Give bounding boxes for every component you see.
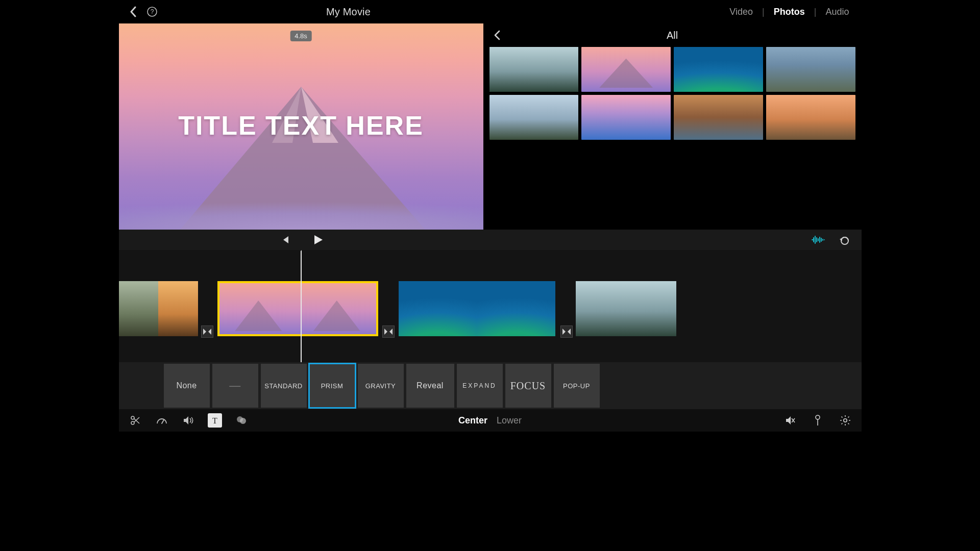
title-overlay-text[interactable]: TITLE TEXT HERE (119, 110, 483, 141)
title-position-picker: Center Lower (458, 415, 522, 426)
title-style-standard[interactable]: STANDARD (261, 364, 307, 408)
svg-point-9 (843, 419, 846, 422)
transition-icon (203, 329, 211, 335)
library-back-button[interactable] (494, 30, 501, 40)
transition-button[interactable] (560, 325, 573, 338)
timeline[interactable]: T (119, 250, 862, 362)
library-photo-thumb[interactable] (581, 47, 671, 92)
audio-waveform-toggle[interactable] (812, 235, 825, 245)
svg-text:T: T (212, 416, 217, 425)
position-lower[interactable]: Lower (497, 415, 522, 426)
waveform-icon (812, 235, 825, 245)
transition-button[interactable] (382, 325, 395, 338)
tab-photos[interactable]: Photos (774, 7, 805, 17)
title-style-expand[interactable]: EXPAND (457, 364, 503, 408)
undo-button[interactable] (839, 235, 850, 245)
media-tabs: Video | Photos | Audio (729, 7, 849, 17)
title-style-reveal[interactable]: Reveal (406, 364, 454, 408)
timeline-track: T (119, 279, 862, 339)
skip-start-icon (280, 235, 290, 245)
mute-button[interactable] (783, 413, 797, 428)
media-library-panel: All (483, 23, 862, 230)
project-title: My Movie (119, 6, 578, 18)
svg-point-8 (816, 415, 820, 419)
timeline-clip[interactable] (399, 281, 555, 336)
volume-icon (183, 416, 194, 425)
scissors-icon (130, 415, 140, 425)
clip-duration-badge: 4.8s (290, 31, 312, 41)
pin-icon (814, 415, 821, 426)
library-photo-thumb[interactable] (489, 47, 579, 92)
position-center[interactable]: Center (458, 415, 487, 426)
timeline-clip[interactable] (576, 281, 676, 336)
bottom-toolbar: T Center Lower (119, 409, 862, 432)
title-style-popup[interactable]: POP-UP (554, 364, 600, 408)
timeline-clip[interactable] (119, 281, 198, 336)
title-icon: T (210, 416, 219, 425)
transition-icon (384, 329, 393, 335)
title-style-picker: None — STANDARD PRISM GRAVITY Reveal EXP… (119, 362, 862, 409)
library-photo-thumb[interactable] (674, 47, 763, 92)
tab-audio[interactable]: Audio (825, 7, 849, 17)
gear-icon (840, 415, 851, 426)
title-style-blank[interactable]: — (212, 364, 258, 408)
library-photo-thumb[interactable] (581, 95, 671, 140)
title-style-gravity[interactable]: GRAVITY (358, 364, 404, 408)
top-toolbar: ? My Movie Video | Photos | Audio (119, 0, 862, 23)
volume-tool[interactable] (181, 413, 195, 428)
scissors-tool[interactable] (128, 413, 142, 428)
speed-tool[interactable] (155, 413, 169, 428)
titles-tool[interactable]: T (208, 413, 222, 428)
library-heading: All (487, 30, 857, 41)
prev-frame-button[interactable] (280, 235, 290, 245)
transition-icon (562, 329, 571, 335)
playback-controls-bar (119, 230, 862, 250)
library-grid (487, 47, 857, 140)
timeline-clip-selected[interactable]: T (217, 281, 378, 336)
title-style-focus[interactable]: FOCUS (505, 364, 551, 408)
mute-icon (785, 416, 795, 425)
play-icon (312, 234, 324, 246)
transition-button[interactable] (201, 325, 213, 338)
library-photo-thumb[interactable] (674, 95, 763, 140)
library-photo-thumb[interactable] (489, 95, 579, 140)
title-style-none[interactable]: None (164, 364, 210, 408)
library-photo-thumb[interactable] (766, 47, 855, 92)
filters-tool[interactable] (234, 413, 249, 428)
chevron-left-icon (494, 30, 501, 40)
playhead[interactable] (301, 250, 302, 362)
settings-button[interactable] (838, 413, 852, 428)
tab-video[interactable]: Video (729, 7, 753, 17)
preview-viewer[interactable]: 4.8s TITLE TEXT HERE (119, 23, 483, 230)
play-button[interactable] (312, 234, 324, 246)
speedometer-icon (156, 415, 167, 425)
title-style-prism[interactable]: PRISM (309, 364, 355, 408)
library-photo-thumb[interactable] (766, 95, 855, 140)
filters-icon (236, 415, 247, 425)
key-button[interactable] (811, 413, 825, 428)
svg-point-7 (240, 418, 246, 424)
